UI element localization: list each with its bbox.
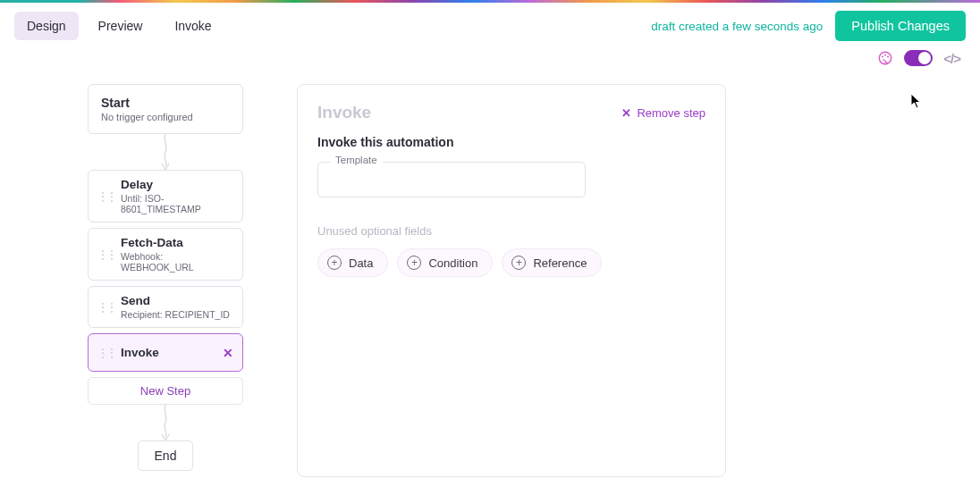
step-title: Send	[121, 294, 233, 307]
chip-label: Reference	[533, 256, 587, 270]
topbar: Design Preview Invoke draft created a fe…	[0, 0, 980, 41]
chip-label: Condition	[428, 256, 477, 270]
chip-reference[interactable]: + Reference	[502, 248, 602, 277]
view-toggle[interactable]	[904, 50, 933, 66]
step-delay[interactable]: ⋮⋮ Delay Until: ISO-8601_TIMESTAMP	[88, 170, 243, 222]
remove-step-label: Remove step	[637, 106, 705, 120]
drag-handle-icon[interactable]: ⋮⋮	[97, 348, 115, 358]
tab-invoke[interactable]: Invoke	[162, 12, 224, 40]
step-title: Fetch-Data	[121, 236, 233, 249]
step-subtitle: Recipient: RECIPIENT_ID	[121, 309, 233, 320]
topbar-right: draft created a few seconds ago Publish …	[651, 11, 966, 41]
tab-preview[interactable]: Preview	[86, 12, 156, 40]
connector-arrow	[156, 134, 174, 170]
chip-label: Data	[349, 256, 373, 270]
plus-circle-icon: +	[511, 256, 526, 270]
svg-point-4	[883, 59, 885, 61]
remove-step-button[interactable]: ✕ Remove step	[621, 106, 705, 120]
remove-step-icon[interactable]: ✕	[223, 346, 233, 360]
draft-status: draft created a few seconds ago	[651, 20, 823, 33]
svg-point-1	[882, 56, 883, 58]
step-fetch-data[interactable]: ⋮⋮ Fetch-Data Webhook: WEBHOOK_URL	[88, 228, 243, 281]
step-title: Delay	[121, 178, 233, 191]
start-node[interactable]: Start No trigger configured	[88, 84, 243, 134]
step-invoke[interactable]: ⋮⋮ Invoke ✕	[88, 333, 243, 372]
end-node: End	[138, 440, 194, 471]
step-subtitle: Until: ISO-8601_TIMESTAMP	[121, 193, 233, 214]
template-field-wrap: Template	[317, 162, 705, 197]
drag-handle-icon[interactable]: ⋮⋮	[97, 191, 115, 202]
drag-handle-icon[interactable]: ⋮⋮	[97, 249, 115, 260]
svg-point-3	[887, 56, 889, 58]
code-icon[interactable]: </>	[943, 51, 960, 66]
window-accent-bar	[0, 0, 980, 3]
main-tabs: Design Preview Invoke	[14, 12, 224, 40]
designer-toolbar: </>	[0, 41, 980, 66]
detail-title: Invoke	[317, 103, 371, 122]
template-input[interactable]	[317, 162, 586, 197]
chip-condition[interactable]: + Condition	[397, 248, 493, 277]
plus-circle-icon: +	[407, 256, 421, 270]
connector-arrow	[156, 405, 174, 440]
detail-header: Invoke ✕ Remove step	[317, 103, 705, 122]
plus-circle-icon: +	[327, 256, 342, 270]
optional-chips: + Data + Condition + Reference	[317, 248, 705, 277]
flow-column: Start No trigger configured ⋮⋮ Delay Unt…	[88, 84, 243, 477]
template-field-label: Template	[330, 155, 383, 165]
chip-data[interactable]: + Data	[317, 248, 388, 277]
step-send[interactable]: ⋮⋮ Send Recipient: RECIPIENT_ID	[88, 286, 243, 328]
start-node-title: Start	[101, 96, 230, 110]
palette-icon[interactable]	[877, 50, 893, 66]
start-node-subtitle: No trigger configured	[101, 112, 230, 122]
section-heading: Invoke this automation	[317, 135, 705, 149]
drag-handle-icon[interactable]: ⋮⋮	[97, 302, 115, 313]
tab-design[interactable]: Design	[14, 12, 79, 40]
publish-button[interactable]: Publish Changes	[835, 11, 966, 41]
step-detail-panel: Invoke ✕ Remove step Invoke this automat…	[297, 84, 726, 477]
step-subtitle: Webhook: WEBHOOK_URL	[121, 251, 233, 273]
new-step-button[interactable]: New Step	[88, 377, 243, 405]
main-area: Start No trigger configured ⋮⋮ Delay Unt…	[0, 66, 980, 477]
close-icon: ✕	[621, 106, 631, 120]
step-title: Invoke	[121, 346, 233, 359]
svg-point-2	[884, 55, 886, 56]
optional-fields-heading: Unused optional fields	[317, 224, 705, 238]
